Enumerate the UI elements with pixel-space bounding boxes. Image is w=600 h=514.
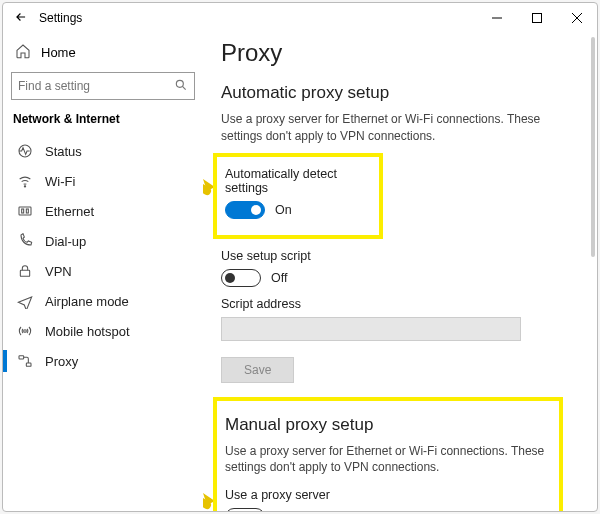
sidebar-item-ethernet[interactable]: Ethernet bbox=[11, 196, 195, 226]
sidebar-item-label: Status bbox=[45, 144, 82, 159]
minimize-button[interactable] bbox=[477, 3, 517, 33]
script-address-label: Script address bbox=[221, 297, 579, 311]
manual-desc: Use a proxy server for Ethernet or Wi-Fi… bbox=[225, 443, 551, 477]
sidebar-item-label: Ethernet bbox=[45, 204, 94, 219]
search-box[interactable] bbox=[11, 72, 195, 100]
sidebar-item-label: Wi-Fi bbox=[45, 174, 75, 189]
use-proxy-label: Use a proxy server bbox=[225, 488, 551, 502]
sidebar-item-proxy[interactable]: Proxy bbox=[11, 346, 195, 376]
auto-heading: Automatic proxy setup bbox=[221, 83, 579, 103]
highlight-auto-detect: Automatically detect settings On bbox=[213, 153, 383, 239]
sidebar-item-label: Mobile hotspot bbox=[45, 324, 130, 339]
back-button[interactable] bbox=[9, 10, 33, 27]
setup-script-toggle[interactable] bbox=[221, 269, 261, 287]
page-title: Proxy bbox=[221, 39, 579, 67]
sidebar-item-wifi[interactable]: Wi-Fi bbox=[11, 166, 195, 196]
svg-rect-10 bbox=[26, 209, 28, 213]
svg-rect-1 bbox=[533, 14, 542, 23]
setup-script-state: Off bbox=[271, 271, 287, 285]
vpn-icon bbox=[17, 263, 33, 279]
auto-detect-toggle[interactable] bbox=[225, 201, 265, 219]
sidebar: Home Network & Internet Status Wi-Fi Eth… bbox=[3, 33, 203, 511]
svg-rect-8 bbox=[19, 207, 31, 215]
setup-script-label: Use setup script bbox=[221, 249, 579, 263]
search-input[interactable] bbox=[18, 79, 174, 93]
home-icon bbox=[15, 43, 31, 62]
hotspot-icon bbox=[17, 323, 33, 339]
close-button[interactable] bbox=[557, 3, 597, 33]
maximize-button[interactable] bbox=[517, 3, 557, 33]
use-proxy-state: Off bbox=[275, 510, 291, 511]
svg-rect-14 bbox=[26, 363, 31, 366]
sidebar-item-vpn[interactable]: VPN bbox=[11, 256, 195, 286]
svg-line-5 bbox=[182, 86, 185, 89]
svg-point-12 bbox=[24, 330, 27, 333]
sidebar-item-dialup[interactable]: Dial-up bbox=[11, 226, 195, 256]
auto-detect-state: On bbox=[275, 203, 292, 217]
annotation-arrow bbox=[203, 171, 213, 199]
svg-rect-9 bbox=[22, 209, 24, 213]
sidebar-item-hotspot[interactable]: Mobile hotspot bbox=[11, 316, 195, 346]
wifi-icon bbox=[17, 173, 33, 189]
svg-rect-11 bbox=[20, 270, 29, 276]
airplane-icon bbox=[17, 293, 33, 309]
auto-detect-label: Automatically detect settings bbox=[225, 167, 371, 195]
sidebar-item-status[interactable]: Status bbox=[11, 136, 195, 166]
ethernet-icon bbox=[17, 203, 33, 219]
sidebar-home-label: Home bbox=[41, 45, 76, 60]
dialup-icon bbox=[17, 233, 33, 249]
content-pane: Proxy Automatic proxy setup Use a proxy … bbox=[203, 33, 597, 511]
svg-point-7 bbox=[24, 186, 25, 187]
scrollbar[interactable] bbox=[591, 37, 595, 257]
sidebar-section-header: Network & Internet bbox=[13, 112, 195, 126]
sidebar-home[interactable]: Home bbox=[11, 37, 195, 72]
auto-desc: Use a proxy server for Ethernet or Wi-Fi… bbox=[221, 111, 561, 145]
sidebar-item-label: VPN bbox=[45, 264, 72, 279]
sidebar-item-label: Dial-up bbox=[45, 234, 86, 249]
highlight-manual: Manual proxy setup Use a proxy server fo… bbox=[213, 397, 563, 511]
svg-rect-13 bbox=[19, 356, 24, 359]
use-proxy-toggle[interactable] bbox=[225, 508, 265, 511]
titlebar: Settings bbox=[3, 3, 597, 33]
manual-heading: Manual proxy setup bbox=[225, 415, 551, 435]
proxy-icon bbox=[17, 353, 33, 369]
settings-window: Settings Home Network & Internet Status bbox=[2, 2, 598, 512]
svg-point-4 bbox=[176, 80, 183, 87]
sidebar-item-label: Airplane mode bbox=[45, 294, 129, 309]
annotation-arrow bbox=[203, 485, 213, 511]
script-address-input[interactable] bbox=[221, 317, 521, 341]
status-icon bbox=[17, 143, 33, 159]
save-button[interactable]: Save bbox=[221, 357, 294, 383]
sidebar-item-label: Proxy bbox=[45, 354, 78, 369]
search-icon bbox=[174, 78, 188, 95]
window-title: Settings bbox=[39, 11, 82, 25]
sidebar-item-airplane[interactable]: Airplane mode bbox=[11, 286, 195, 316]
